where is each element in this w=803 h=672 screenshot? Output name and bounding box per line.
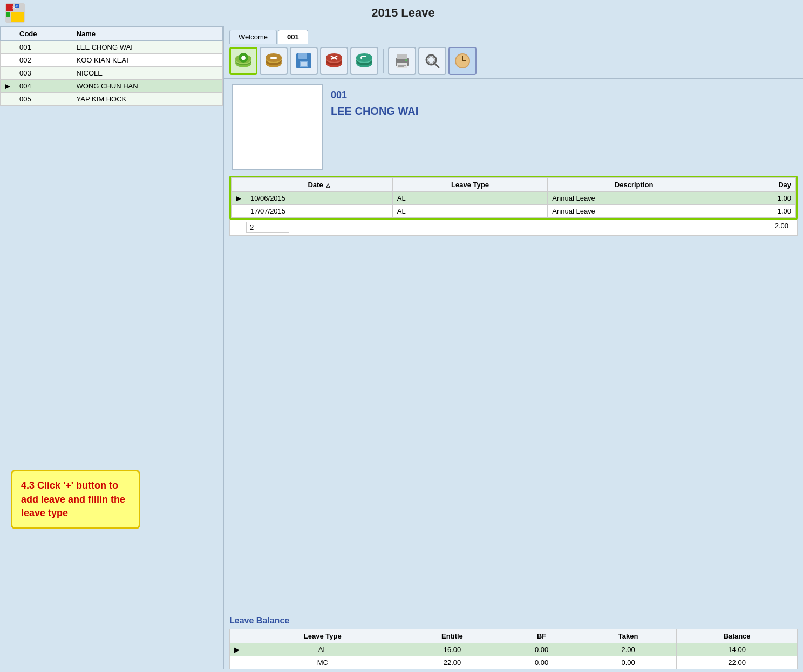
employee-details: 001 LEE CHONG WAI (331, 84, 418, 118)
employee-code-cell: 003 (15, 67, 72, 80)
title-bar: S P 2015 Leave (0, 0, 803, 26)
svg-rect-39 (398, 66, 404, 67)
app-title: 2015 Leave (30, 6, 798, 20)
leave-footer-total: 2.00 (750, 222, 793, 233)
leave-day-cell: 1.00 (720, 205, 795, 218)
employee-name-cell: NICOLE (72, 67, 222, 80)
clock-icon (453, 51, 472, 71)
leave-row-indicator (232, 205, 246, 218)
employee-row[interactable]: 002 KOO KIAN KEAT (1, 54, 223, 67)
row-indicator (1, 41, 15, 54)
balance-entitle-cell: 16.00 (401, 643, 503, 656)
leave-col-indicator (232, 178, 246, 192)
balance-balance-cell: 22.00 (677, 656, 798, 669)
col-code-header: Code (15, 27, 72, 41)
balance-row-indicator (230, 656, 244, 669)
svg-rect-21 (298, 53, 307, 59)
add-button[interactable] (229, 47, 257, 75)
undo-button[interactable] (350, 47, 378, 75)
annotation-box: 4.3 Click '+' button to add leave and fi… (11, 470, 140, 529)
svg-point-33 (356, 53, 372, 62)
print-button[interactable] (388, 47, 416, 75)
print-icon (392, 51, 412, 71)
employee-name: LEE CHONG WAI (331, 105, 418, 118)
employee-photo (232, 84, 323, 170)
save-icon (294, 51, 314, 71)
balance-entitle-cell: 22.00 (401, 656, 503, 669)
leave-col-day: Day (720, 178, 795, 192)
leave-day-cell: 1.00 (720, 192, 795, 205)
col-name-header: Name (72, 27, 222, 41)
leave-grid-wrapper: Date △ Leave Type Description Day ▶ 10/0… (229, 176, 798, 220)
delete-button[interactable] (260, 47, 288, 75)
employee-code-cell: 005 (15, 93, 72, 106)
leave-row[interactable]: 17/07/2015 AL Annual Leave 1.00 (232, 205, 796, 218)
leave-type-cell: AL (392, 205, 548, 218)
balance-col-entitle: Entitle (401, 629, 503, 643)
right-panel: Welcome 001 (224, 26, 803, 669)
leave-type-cell: AL (392, 192, 548, 205)
balance-bf-cell: 0.00 (503, 656, 580, 669)
row-indicator (1, 54, 15, 67)
employee-code-cell: 002 (15, 54, 72, 67)
leave-footer-count: 2 (246, 222, 289, 233)
svg-rect-38 (398, 65, 406, 66)
balance-row[interactable]: MC 22.00 0.00 0.00 22.00 (230, 656, 798, 669)
add-icon (234, 51, 253, 71)
search-button[interactable] (418, 47, 446, 75)
app-logo: S P (5, 3, 25, 23)
leave-date-cell: 10/06/2015 (246, 192, 393, 205)
search-icon (423, 51, 442, 71)
balance-taken-cell: 2.00 (580, 643, 676, 656)
leave-balance-title: Leave Balance (229, 616, 798, 626)
row-indicator: ▶ (1, 80, 15, 93)
employee-code: 001 (331, 90, 418, 101)
balance-type-cell: MC (244, 656, 402, 669)
leave-col-type: Leave Type (392, 178, 548, 192)
cancel-button[interactable] (320, 47, 348, 75)
leave-desc-cell: Annual Leave (548, 192, 720, 205)
employee-table: Code Name 001 LEE CHONG WAI 002 KOO KIAN… (0, 26, 223, 106)
balance-grid: Leave Type Entitle BF Taken Balance ▶ AL… (229, 629, 798, 669)
toolbar-separator (383, 49, 384, 73)
tab-employee[interactable]: 001 (278, 30, 308, 44)
employee-row[interactable]: 001 LEE CHONG WAI (1, 41, 223, 54)
main-container: Code Name 001 LEE CHONG WAI 002 KOO KIAN… (0, 26, 803, 669)
svg-rect-14 (242, 56, 244, 59)
employee-row[interactable]: ▶ 004 WONG CHUN HAN (1, 80, 223, 93)
leave-row[interactable]: ▶ 10/06/2015 AL Annual Leave 1.00 (232, 192, 796, 205)
employee-name-cell: KOO KIAN KEAT (72, 54, 222, 67)
undo-icon (355, 51, 374, 71)
clock-button[interactable] (448, 47, 477, 75)
balance-row[interactable]: ▶ AL 16.00 0.00 2.00 14.00 (230, 643, 798, 656)
employee-code-cell: 001 (15, 41, 72, 54)
leave-balance-section: Leave Balance Leave Type Entitle BF Take… (224, 611, 803, 669)
leave-desc-cell: Annual Leave (548, 205, 720, 218)
leave-section: Date △ Leave Type Description Day ▶ 10/0… (224, 176, 803, 611)
balance-row-indicator: ▶ (230, 643, 244, 656)
balance-taken-cell: 0.00 (580, 656, 676, 669)
save-button[interactable] (290, 47, 318, 75)
employee-name-cell: YAP KIM HOCK (72, 93, 222, 106)
employee-row[interactable]: 003 NICOLE (1, 67, 223, 80)
employee-name-cell: LEE CHONG WAI (72, 41, 222, 54)
employee-name-cell: WONG CHUN HAN (72, 80, 222, 93)
toolbar (224, 44, 803, 79)
row-indicator (1, 67, 15, 80)
employee-row[interactable]: 005 YAP KIM HOCK (1, 93, 223, 106)
leave-footer: 2 2.00 (229, 220, 798, 236)
balance-col-type: Leave Type (244, 629, 402, 643)
svg-rect-4 (11, 12, 24, 22)
balance-type-cell: AL (244, 643, 402, 656)
svg-rect-36 (397, 54, 407, 59)
leave-grid: Date △ Leave Type Description Day ▶ 10/0… (231, 177, 796, 218)
balance-balance-cell: 14.00 (677, 643, 798, 656)
employee-code-cell: 004 (15, 80, 72, 93)
tab-welcome[interactable]: Welcome (229, 30, 277, 44)
annotation-text: 4.3 Click '+' button to add leave and fi… (21, 479, 130, 520)
svg-rect-23 (301, 62, 307, 66)
svg-rect-19 (270, 57, 277, 59)
leave-row-indicator: ▶ (232, 192, 246, 205)
employee-info-area: 001 LEE CHONG WAI (224, 79, 803, 176)
left-panel: Code Name 001 LEE CHONG WAI 002 KOO KIAN… (0, 26, 224, 669)
